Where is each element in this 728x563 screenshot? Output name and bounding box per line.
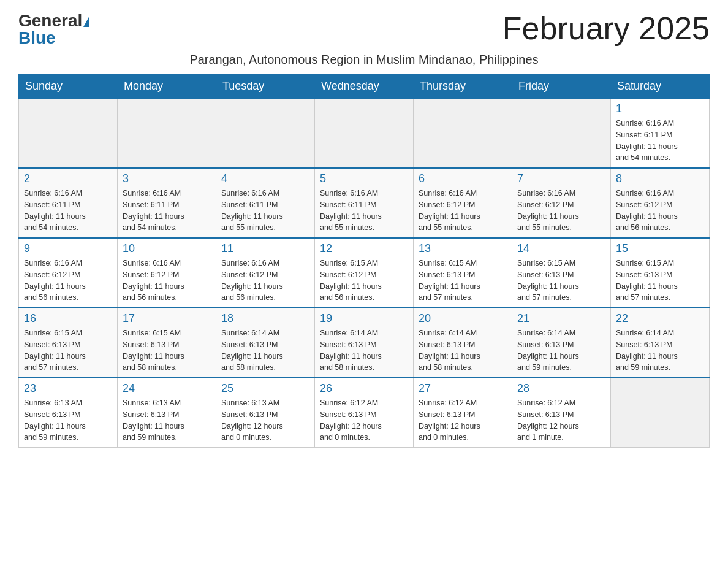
calendar-header-sunday: Sunday bbox=[19, 75, 118, 99]
day-number: 26 bbox=[320, 382, 408, 395]
day-number: 11 bbox=[221, 242, 309, 255]
calendar-cell: 18Sunrise: 6:14 AM Sunset: 6:13 PM Dayli… bbox=[216, 308, 315, 378]
day-number: 6 bbox=[419, 172, 507, 185]
calendar-cell: 17Sunrise: 6:15 AM Sunset: 6:13 PM Dayli… bbox=[118, 308, 216, 378]
day-info: Sunrise: 6:15 AM Sunset: 6:12 PM Dayligh… bbox=[320, 258, 408, 304]
logo-blue-text: Blue bbox=[18, 29, 56, 47]
calendar-cell: 16Sunrise: 6:15 AM Sunset: 6:13 PM Dayli… bbox=[19, 308, 118, 378]
day-info: Sunrise: 6:15 AM Sunset: 6:13 PM Dayligh… bbox=[24, 327, 112, 373]
day-number: 4 bbox=[221, 172, 309, 185]
day-number: 18 bbox=[221, 312, 309, 325]
day-number: 23 bbox=[24, 382, 112, 395]
calendar-cell bbox=[118, 98, 216, 168]
day-number: 16 bbox=[24, 312, 112, 325]
calendar-cell bbox=[315, 98, 414, 168]
calendar-cell: 27Sunrise: 6:12 AM Sunset: 6:13 PM Dayli… bbox=[414, 378, 512, 448]
calendar-header-thursday: Thursday bbox=[414, 75, 512, 99]
month-title: February 2025 bbox=[502, 12, 710, 44]
calendar-cell: 19Sunrise: 6:14 AM Sunset: 6:13 PM Dayli… bbox=[315, 308, 414, 378]
logo-triangle-icon bbox=[83, 16, 89, 27]
day-info: Sunrise: 6:12 AM Sunset: 6:13 PM Dayligh… bbox=[517, 397, 605, 443]
day-info: Sunrise: 6:16 AM Sunset: 6:11 PM Dayligh… bbox=[616, 118, 704, 164]
calendar-cell: 21Sunrise: 6:14 AM Sunset: 6:13 PM Dayli… bbox=[512, 308, 611, 378]
calendar-week-row: 23Sunrise: 6:13 AM Sunset: 6:13 PM Dayli… bbox=[19, 378, 710, 448]
calendar-cell: 6Sunrise: 6:16 AM Sunset: 6:12 PM Daylig… bbox=[414, 168, 512, 238]
calendar-week-row: 1Sunrise: 6:16 AM Sunset: 6:11 PM Daylig… bbox=[19, 98, 710, 168]
day-number: 25 bbox=[221, 382, 309, 395]
day-number: 13 bbox=[419, 242, 507, 255]
day-info: Sunrise: 6:13 AM Sunset: 6:13 PM Dayligh… bbox=[123, 397, 211, 443]
calendar-header-tuesday: Tuesday bbox=[216, 75, 315, 99]
day-number: 28 bbox=[517, 382, 605, 395]
calendar-cell bbox=[611, 378, 710, 448]
logo-top: General bbox=[18, 12, 89, 29]
day-number: 20 bbox=[419, 312, 507, 325]
day-number: 19 bbox=[320, 312, 408, 325]
day-info: Sunrise: 6:12 AM Sunset: 6:13 PM Dayligh… bbox=[320, 397, 408, 443]
calendar-cell: 23Sunrise: 6:13 AM Sunset: 6:13 PM Dayli… bbox=[19, 378, 118, 448]
day-number: 1 bbox=[616, 102, 704, 115]
logo: General Blue bbox=[18, 12, 89, 47]
day-info: Sunrise: 6:15 AM Sunset: 6:13 PM Dayligh… bbox=[123, 327, 211, 373]
day-info: Sunrise: 6:14 AM Sunset: 6:13 PM Dayligh… bbox=[616, 327, 704, 373]
calendar-cell: 5Sunrise: 6:16 AM Sunset: 6:11 PM Daylig… bbox=[315, 168, 414, 238]
day-info: Sunrise: 6:15 AM Sunset: 6:13 PM Dayligh… bbox=[517, 258, 605, 304]
calendar-cell: 4Sunrise: 6:16 AM Sunset: 6:11 PM Daylig… bbox=[216, 168, 315, 238]
calendar-cell: 2Sunrise: 6:16 AM Sunset: 6:11 PM Daylig… bbox=[19, 168, 118, 238]
day-info: Sunrise: 6:16 AM Sunset: 6:12 PM Dayligh… bbox=[616, 188, 704, 234]
calendar-cell bbox=[512, 98, 611, 168]
day-number: 27 bbox=[419, 382, 507, 395]
calendar-cell: 20Sunrise: 6:14 AM Sunset: 6:13 PM Dayli… bbox=[414, 308, 512, 378]
day-number: 8 bbox=[616, 172, 704, 185]
day-info: Sunrise: 6:16 AM Sunset: 6:12 PM Dayligh… bbox=[517, 188, 605, 234]
subtitle: Parangan, Autonomous Region in Muslim Mi… bbox=[18, 53, 710, 67]
calendar-cell: 1Sunrise: 6:16 AM Sunset: 6:11 PM Daylig… bbox=[611, 98, 710, 168]
day-number: 15 bbox=[616, 242, 704, 255]
calendar-cell: 28Sunrise: 6:12 AM Sunset: 6:13 PM Dayli… bbox=[512, 378, 611, 448]
day-info: Sunrise: 6:16 AM Sunset: 6:11 PM Dayligh… bbox=[221, 188, 309, 234]
calendar-cell: 8Sunrise: 6:16 AM Sunset: 6:12 PM Daylig… bbox=[611, 168, 710, 238]
calendar-week-row: 2Sunrise: 6:16 AM Sunset: 6:11 PM Daylig… bbox=[19, 168, 710, 238]
calendar-cell: 13Sunrise: 6:15 AM Sunset: 6:13 PM Dayli… bbox=[414, 238, 512, 308]
day-number: 21 bbox=[517, 312, 605, 325]
calendar-cell: 24Sunrise: 6:13 AM Sunset: 6:13 PM Dayli… bbox=[118, 378, 216, 448]
calendar-cell: 7Sunrise: 6:16 AM Sunset: 6:12 PM Daylig… bbox=[512, 168, 611, 238]
day-info: Sunrise: 6:16 AM Sunset: 6:12 PM Dayligh… bbox=[221, 258, 309, 304]
day-info: Sunrise: 6:16 AM Sunset: 6:12 PM Dayligh… bbox=[123, 258, 211, 304]
calendar-cell bbox=[414, 98, 512, 168]
calendar-cell: 15Sunrise: 6:15 AM Sunset: 6:13 PM Dayli… bbox=[611, 238, 710, 308]
day-info: Sunrise: 6:14 AM Sunset: 6:13 PM Dayligh… bbox=[517, 327, 605, 373]
day-number: 5 bbox=[320, 172, 408, 185]
calendar-cell: 25Sunrise: 6:13 AM Sunset: 6:13 PM Dayli… bbox=[216, 378, 315, 448]
day-number: 3 bbox=[123, 172, 211, 185]
day-number: 24 bbox=[123, 382, 211, 395]
calendar-header-friday: Friday bbox=[512, 75, 611, 99]
calendar-cell: 9Sunrise: 6:16 AM Sunset: 6:12 PM Daylig… bbox=[19, 238, 118, 308]
calendar-header-saturday: Saturday bbox=[611, 75, 710, 99]
day-info: Sunrise: 6:16 AM Sunset: 6:12 PM Dayligh… bbox=[24, 258, 112, 304]
day-number: 22 bbox=[616, 312, 704, 325]
calendar-cell: 3Sunrise: 6:16 AM Sunset: 6:11 PM Daylig… bbox=[118, 168, 216, 238]
day-number: 9 bbox=[24, 242, 112, 255]
day-number: 14 bbox=[517, 242, 605, 255]
day-number: 7 bbox=[517, 172, 605, 185]
calendar-cell: 11Sunrise: 6:16 AM Sunset: 6:12 PM Dayli… bbox=[216, 238, 315, 308]
day-info: Sunrise: 6:16 AM Sunset: 6:11 PM Dayligh… bbox=[123, 188, 211, 234]
day-number: 10 bbox=[123, 242, 211, 255]
calendar-cell bbox=[216, 98, 315, 168]
calendar-cell: 22Sunrise: 6:14 AM Sunset: 6:13 PM Dayli… bbox=[611, 308, 710, 378]
calendar-week-row: 16Sunrise: 6:15 AM Sunset: 6:13 PM Dayli… bbox=[19, 308, 710, 378]
day-info: Sunrise: 6:14 AM Sunset: 6:13 PM Dayligh… bbox=[320, 327, 408, 373]
calendar-header-monday: Monday bbox=[118, 75, 216, 99]
calendar-cell: 14Sunrise: 6:15 AM Sunset: 6:13 PM Dayli… bbox=[512, 238, 611, 308]
logo-general-text: General bbox=[18, 11, 82, 30]
day-info: Sunrise: 6:15 AM Sunset: 6:13 PM Dayligh… bbox=[616, 258, 704, 304]
day-number: 2 bbox=[24, 172, 112, 185]
day-info: Sunrise: 6:16 AM Sunset: 6:12 PM Dayligh… bbox=[419, 188, 507, 234]
day-info: Sunrise: 6:14 AM Sunset: 6:13 PM Dayligh… bbox=[419, 327, 507, 373]
calendar-table: SundayMondayTuesdayWednesdayThursdayFrid… bbox=[18, 74, 710, 448]
calendar-header-row: SundayMondayTuesdayWednesdayThursdayFrid… bbox=[19, 75, 710, 99]
calendar-cell: 10Sunrise: 6:16 AM Sunset: 6:12 PM Dayli… bbox=[118, 238, 216, 308]
page-header: General Blue February 2025 bbox=[18, 12, 710, 47]
day-number: 12 bbox=[320, 242, 408, 255]
